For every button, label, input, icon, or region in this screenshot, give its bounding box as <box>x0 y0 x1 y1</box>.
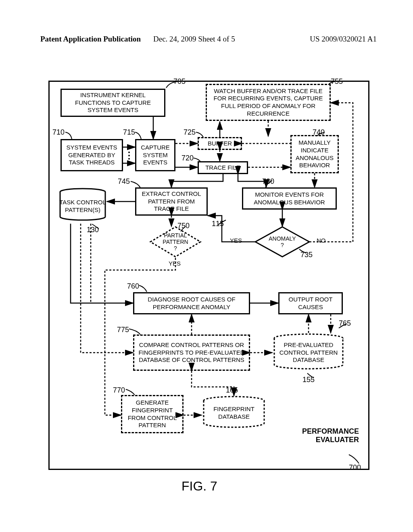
cyl-130: TASK CONTROL PATTERN(S) <box>58 190 107 222</box>
header-right: US 2009/0320021 A1 <box>310 35 377 44</box>
figure-label: FIG. 7 <box>181 479 217 494</box>
ref-760: 760 <box>127 282 139 291</box>
figure-canvas: INSTRUMENT KERNEL FUNCTIONS TO CAPTURE S… <box>48 77 371 476</box>
ref-775: 775 <box>117 326 129 334</box>
cyl-155: PRE-EVALUATED CONTROL PATTERN DATABASE <box>272 337 345 369</box>
box-765: OUTPUT ROOT CAUSES <box>278 292 343 314</box>
header-left: Patent Application Publication <box>40 35 141 43</box>
box-730: MONITOR EVENTS FOR ANOMALOUS BEHAVIOR <box>242 187 337 210</box>
box-760: DIAGNOSE ROOT CAUSES OF PERFORMANCE ANOM… <box>133 292 250 314</box>
box-715: CAPTURE SYSTEM EVENTS <box>135 139 175 171</box>
ref-165: 165 <box>226 386 238 395</box>
ref-720: 720 <box>181 154 194 162</box>
box-745: EXTRACT CONTROL PATTERN FROM TRACE FILE <box>135 187 208 216</box>
ref-730: 730 <box>262 177 274 186</box>
ref-755: 755 <box>331 77 343 86</box>
cyl-165-label: FINGERPRINT DATABASE <box>202 405 266 421</box>
ref-765: 765 <box>339 319 351 328</box>
diamond-750: PARTIAL PATTERN ? <box>149 226 202 258</box>
ref-115: 115 <box>212 220 224 228</box>
system-title: PERFORMANCE EVALUATER <box>282 427 359 444</box>
label-no-735: NO <box>317 237 326 244</box>
ref-745: 745 <box>118 177 130 186</box>
box-775: COMPARE CONTROL PATTERNS OR FINGERPRINTS… <box>133 335 250 371</box>
box-740: MANUALLY INDICATE ANONALOUS BEHAVIOR <box>290 135 339 173</box>
ref-750: 750 <box>177 222 190 230</box>
ref-715: 715 <box>123 128 135 137</box>
box-705: INSTRUMENT KERNEL FUNCTIONS TO CAPTURE S… <box>60 89 165 117</box>
page-header: Patent Application Publication Dec. 24, … <box>0 35 413 44</box>
ref-700: 700 <box>349 463 361 472</box>
box-770: GENERATE FINGERPRINT FROM CONTROL PATTER… <box>121 395 184 433</box>
box-710: SYSTEM EVENTS GENERATED BY TASK THREADS <box>60 139 123 171</box>
label-yes-750: YES <box>169 260 181 267</box>
cyl-165: FINGERPRINT DATABASE <box>202 399 266 427</box>
box-755: WATCH BUFFER AND/OR TRACE FILE FOR RECUR… <box>206 84 331 121</box>
ref-705: 705 <box>173 77 186 86</box>
ref-155: 155 <box>302 376 315 384</box>
diamond-750-label: PARTIAL PATTERN ? <box>149 226 202 258</box>
ref-710: 710 <box>52 128 65 137</box>
ref-725: 725 <box>184 128 196 137</box>
ref-130: 130 <box>87 226 99 234</box>
box-725: BUFFER <box>198 137 242 150</box>
box-720: TRACE FILE <box>198 161 248 174</box>
ref-740: 740 <box>313 128 325 137</box>
ref-735: 735 <box>300 251 313 259</box>
ref-770: 770 <box>113 386 125 395</box>
label-yes-735: YES <box>230 237 242 244</box>
cyl-130-label: TASK CONTROL PATTERN(S) <box>58 199 107 214</box>
header-mid: Dec. 24, 2009 Sheet 4 of 5 <box>153 35 235 44</box>
cyl-155-label: PRE-EVALUATED CONTROL PATTERN DATABASE <box>272 341 345 364</box>
